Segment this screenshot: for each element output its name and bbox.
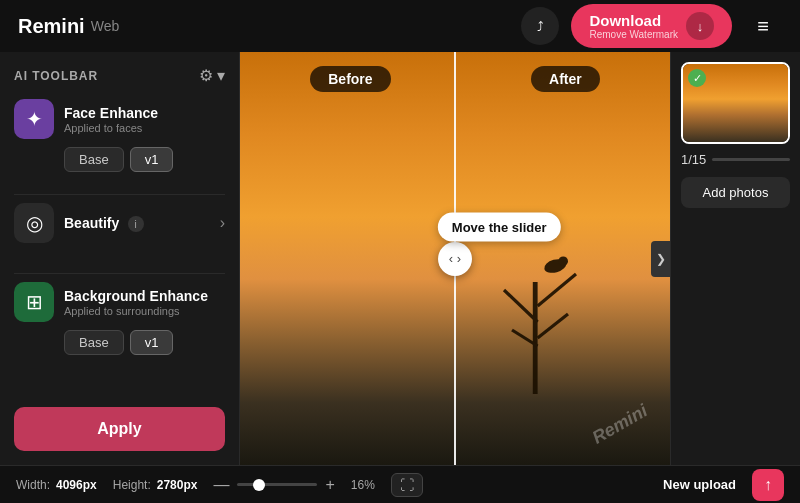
main-area: AI TOOLBAR ⚙ ▾ ✦ Face Enhance Applied to… [0, 52, 800, 465]
svg-line-2 [504, 290, 538, 322]
face-enhance-desc: Applied to faces [64, 122, 225, 134]
gear-button[interactable]: ⚙ ▾ [199, 66, 225, 85]
zoom-track [237, 483, 317, 486]
bird-silhouette [446, 250, 626, 410]
face-enhance-tool: ✦ Face Enhance Applied to faces Base v1 [14, 99, 225, 172]
beautify-name: Beautify [64, 215, 119, 231]
width-info: Width: 4096px [16, 478, 97, 492]
beautify-tool: ◎ Beautify i › [14, 203, 225, 251]
chevron-down-icon: ▾ [217, 66, 225, 85]
width-label: Width: [16, 478, 50, 492]
beautify-text: Beautify i [64, 214, 210, 233]
bg-enhance-v1-btn[interactable]: v1 [130, 330, 174, 355]
sidebar: AI TOOLBAR ⚙ ▾ ✦ Face Enhance Applied to… [0, 52, 240, 465]
fit-view-button[interactable]: ⛶ [391, 473, 423, 497]
face-enhance-v1-btn[interactable]: v1 [130, 147, 174, 172]
ai-toolbar-label: AI TOOLBAR [14, 69, 98, 83]
width-value: 4096px [56, 478, 97, 492]
share-icon: ⤴ [537, 19, 544, 34]
upload-icon: ↑ [764, 476, 772, 494]
beautify-info-icon[interactable]: i [128, 216, 144, 232]
face-enhance-versions: Base v1 [64, 147, 225, 172]
slider-arrows-icon: ‹ › [449, 251, 461, 266]
logo-remini: Remini [18, 15, 85, 38]
height-info: Height: 2780px [113, 478, 198, 492]
bg-enhance-desc: Applied to surroundings [64, 305, 225, 317]
bg-enhance-name: Background Enhance [64, 288, 225, 304]
svg-line-1 [538, 274, 576, 306]
image-thumbnail[interactable]: ✓ [681, 62, 790, 144]
beautify-icon: ◎ [14, 203, 54, 243]
canvas-area: Before After [240, 52, 670, 465]
bg-enhance-text: Background Enhance Applied to surroundin… [64, 288, 225, 317]
height-value: 2780px [157, 478, 198, 492]
download-icon-circle: ↓ [686, 12, 714, 40]
download-arrow-icon: ↓ [697, 19, 704, 34]
move-slider-tooltip: Move the slider [438, 212, 561, 241]
page-track [712, 158, 790, 161]
zoom-out-button[interactable]: — [213, 476, 229, 494]
header-right: ⤴ Download Remove Watermark ↓ ≡ [521, 4, 782, 48]
svg-point-6 [559, 256, 569, 266]
new-upload-button[interactable]: ↑ [752, 469, 784, 501]
sidebar-header: AI TOOLBAR ⚙ ▾ [14, 66, 225, 85]
download-btn-inner: Download Remove Watermark [589, 12, 678, 40]
face-enhance-icon: ✦ [14, 99, 54, 139]
bg-enhance-versions: Base v1 [64, 330, 225, 355]
bg-enhance-info: ⊞ Background Enhance Applied to surround… [14, 282, 225, 322]
fit-icon: ⛶ [400, 477, 414, 493]
divider-1 [14, 194, 225, 195]
beautify-info: ◎ Beautify i › [14, 203, 225, 243]
download-button[interactable]: Download Remove Watermark ↓ [571, 4, 732, 48]
logo: Remini Web [18, 15, 119, 38]
download-sub: Remove Watermark [589, 29, 678, 40]
header: Remini Web ⤴ Download Remove Watermark ↓… [0, 0, 800, 52]
beautify-arrow-icon[interactable]: › [220, 214, 225, 232]
svg-line-3 [538, 314, 568, 338]
zoom-thumb [253, 479, 265, 491]
add-photos-button[interactable]: Add photos [681, 177, 790, 208]
share-button[interactable]: ⤴ [521, 7, 559, 45]
face-enhance-name: Face Enhance [64, 105, 225, 121]
height-label: Height: [113, 478, 151, 492]
bg-enhance-base-btn[interactable]: Base [64, 330, 124, 355]
footer: Width: 4096px Height: 2780px — + 16% ⛶ N… [0, 465, 800, 503]
gear-icon: ⚙ [199, 66, 213, 85]
chevron-right-icon: ❯ [656, 252, 666, 266]
expand-panel-button[interactable]: ❯ [651, 241, 670, 277]
download-label: Download [589, 12, 661, 29]
new-upload-label: New upload [663, 477, 736, 492]
face-enhance-text: Face Enhance Applied to faces [64, 105, 225, 134]
page-count: 1/15 [681, 152, 706, 167]
page-indicator: 1/15 [681, 152, 790, 167]
zoom-in-button[interactable]: + [325, 476, 334, 494]
bg-enhance-tool: ⊞ Background Enhance Applied to surround… [14, 282, 225, 355]
svg-rect-0 [533, 282, 538, 394]
face-enhance-info: ✦ Face Enhance Applied to faces [14, 99, 225, 139]
face-enhance-base-btn[interactable]: Base [64, 147, 124, 172]
comparison-slider-handle[interactable]: ‹ › [438, 242, 472, 276]
menu-button[interactable]: ≡ [744, 7, 782, 45]
thumbnail-check-icon: ✓ [688, 69, 706, 87]
apply-button[interactable]: Apply [14, 407, 225, 451]
zoom-controls: — + [213, 476, 334, 494]
divider-2 [14, 273, 225, 274]
logo-web: Web [91, 18, 120, 34]
zoom-percent: 16% [351, 478, 375, 492]
menu-icon: ≡ [757, 15, 769, 38]
right-panel: ✓ 1/15 Add photos [670, 52, 800, 465]
bg-enhance-icon: ⊞ [14, 282, 54, 322]
